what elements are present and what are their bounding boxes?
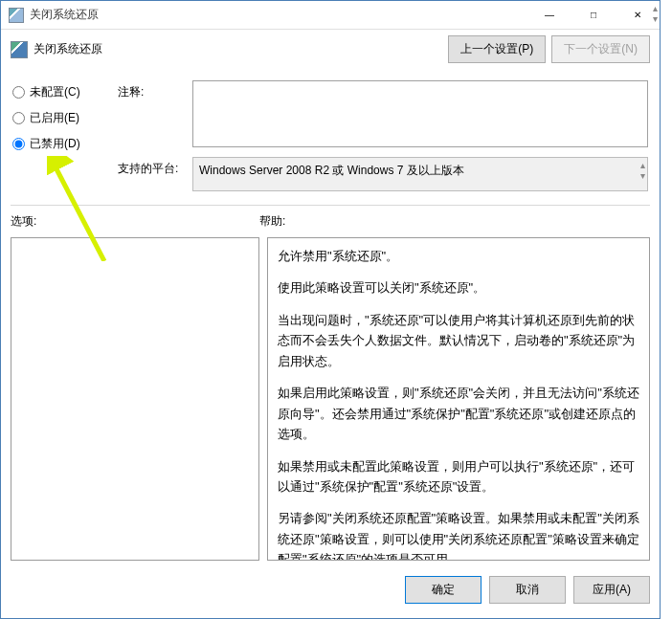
- next-setting-button[interactable]: 下一个设置(N): [551, 35, 650, 63]
- apply-button[interactable]: 应用(A): [573, 576, 650, 604]
- nav-buttons: 上一个设置(P) 下一个设置(N): [448, 35, 650, 63]
- radio-enabled-input[interactable]: [12, 112, 25, 124]
- comment-label: 注释:: [118, 80, 185, 147]
- divider: [11, 205, 650, 206]
- fields: 注释: ▴▾ 支持的平台: Windows Server 2008 R2 或 W…: [118, 80, 648, 191]
- subheader: 关闭系统还原 上一个设置(P) 下一个设置(N): [1, 30, 660, 71]
- radio-not-configured[interactable]: 未配置(C): [12, 84, 108, 100]
- radio-enabled[interactable]: 已启用(E): [12, 110, 108, 126]
- options-panel: [11, 237, 259, 561]
- help-paragraph: 允许禁用"系统还原"。: [278, 246, 639, 266]
- help-paragraph: 如果禁用或未配置此策略设置，则用户可以执行"系统还原"，还可以通过"系统保护"配…: [278, 456, 639, 497]
- help-paragraph: 使用此策略设置可以关闭"系统还原"。: [278, 277, 639, 298]
- radio-not-configured-label: 未配置(C): [30, 84, 80, 100]
- prev-setting-button[interactable]: 上一个设置(P): [448, 35, 546, 63]
- radio-disabled-label: 已禁用(D): [30, 136, 80, 152]
- radio-disabled[interactable]: 已禁用(D): [12, 136, 108, 152]
- policy-editor-window: 关闭系统还原 — □ ✕ 关闭系统还原 上一个设置(P) 下一个设置(N) 未配…: [0, 0, 661, 619]
- titlebar: 关闭系统还原 — □ ✕: [1, 1, 660, 30]
- policy-icon: [11, 41, 28, 58]
- panels: 允许禁用"系统还原"。 使用此策略设置可以关闭"系统还原"。 当出现问题时，"系…: [1, 232, 660, 568]
- window-title: 关闭系统还原: [30, 7, 527, 23]
- radio-disabled-input[interactable]: [12, 138, 25, 150]
- help-paragraph: 如果启用此策略设置，则"系统还原"会关闭，并且无法访问"系统还原向导"。还会禁用…: [278, 383, 639, 444]
- platform-box: Windows Server 2008 R2 或 Windows 7 及以上版本…: [192, 157, 648, 191]
- platform-row: 支持的平台: Windows Server 2008 R2 或 Windows …: [118, 157, 648, 191]
- footer-buttons: 确定 取消 应用(A): [1, 568, 660, 613]
- window-controls: — □ ✕: [527, 1, 660, 29]
- policy-title: 关闭系统还原: [34, 41, 442, 57]
- panels-header: 选项: 帮助:: [1, 210, 660, 232]
- options-header: 选项:: [11, 213, 259, 230]
- cancel-button[interactable]: 取消: [489, 576, 566, 604]
- comment-row: 注释: ▴▾: [118, 80, 648, 147]
- platform-text: Windows Server 2008 R2 或 Windows 7 及以上版本: [199, 164, 464, 177]
- radio-not-configured-input[interactable]: [12, 86, 25, 99]
- platform-scroll-icon: ▴▾: [640, 160, 645, 181]
- comment-scroll-icon: ▴▾: [653, 3, 658, 24]
- help-panel[interactable]: 允许禁用"系统还原"。 使用此策略设置可以关闭"系统还原"。 当出现问题时，"系…: [267, 237, 650, 561]
- ok-button[interactable]: 确定: [405, 576, 482, 604]
- platform-label: 支持的平台:: [118, 157, 185, 191]
- radio-enabled-label: 已启用(E): [30, 110, 79, 126]
- maximize-button[interactable]: □: [571, 1, 616, 29]
- state-radio-group: 未配置(C) 已启用(E) 已禁用(D): [12, 80, 108, 191]
- help-paragraph: 当出现问题时，"系统还原"可以使用户将其计算机还原到先前的状态而不会丢失个人数据…: [278, 310, 639, 371]
- help-header: 帮助:: [259, 213, 285, 230]
- config-area: 未配置(C) 已启用(E) 已禁用(D) 注释: ▴▾ 支持的平台: Windo…: [1, 71, 660, 197]
- comment-input[interactable]: [192, 80, 648, 147]
- minimize-button[interactable]: —: [527, 1, 571, 29]
- help-paragraph: 另请参阅"关闭系统还原配置"策略设置。如果禁用或未配置"关闭系统还原"策略设置，…: [278, 508, 639, 561]
- app-icon: [9, 8, 24, 23]
